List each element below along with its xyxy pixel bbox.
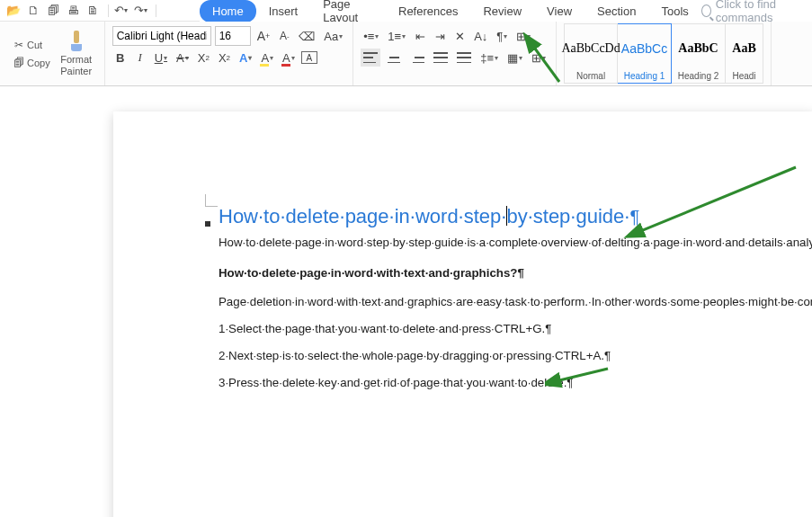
- tab-view[interactable]: View: [534, 0, 584, 22]
- tab-section[interactable]: Section: [584, 0, 648, 22]
- character-border-button[interactable]: A: [301, 51, 317, 64]
- distribute-button[interactable]: [454, 49, 474, 67]
- paragraph-5[interactable]: 2·Next·step·is·to·select·the·whole·page·…: [219, 347, 807, 365]
- command-search[interactable]: Click to find commands: [701, 0, 812, 24]
- superscript-button[interactable]: X2: [195, 49, 212, 67]
- tab-review[interactable]: Review: [470, 0, 534, 22]
- subscript-button[interactable]: X2: [216, 49, 233, 67]
- group-clipboard: ✂Cut 🗐Copy Format Painter: [0, 22, 105, 85]
- style-normal[interactable]: AaBbCcDd Normal: [564, 23, 618, 84]
- document-area: 🗎▾ How·to·delete·page·in·word·step·by·st…: [0, 111, 812, 517]
- italic-button[interactable]: I: [132, 49, 148, 67]
- paragraph-3[interactable]: Page·deletion·in·word·with·text·and·grap…: [219, 293, 807, 311]
- group-styles: AaBbCcDd Normal AaBbCc Heading 1 AaBbC H…: [557, 22, 772, 85]
- margin-corner: [205, 194, 218, 207]
- copy-button[interactable]: 🗐Copy: [11, 55, 52, 71]
- pilcrow: ¶: [629, 207, 639, 227]
- undo-icon[interactable]: ↶▾: [112, 3, 129, 19]
- scissors-icon: ✂: [13, 39, 24, 51]
- page[interactable]: How·to·delete·page·in·word·step·by·step·…: [113, 111, 812, 517]
- copy-icon: 🗐: [13, 57, 24, 69]
- change-case-button[interactable]: Aa▾: [321, 27, 345, 45]
- align-center-button[interactable]: [384, 49, 404, 67]
- underline-button[interactable]: U▾: [152, 49, 170, 67]
- grow-font-button[interactable]: A+: [254, 27, 273, 45]
- font-name-select[interactable]: [112, 26, 211, 46]
- redo-icon[interactable]: ↷▾: [132, 3, 148, 19]
- paragraph-2-subheading[interactable]: How·to·delete·page·in·word·with·text·and…: [219, 264, 807, 282]
- style-heading-2[interactable]: AaBbC Heading 2: [672, 23, 726, 84]
- borders-button[interactable]: ⊞▾: [529, 49, 549, 67]
- decrease-indent-button[interactable]: ⇤: [412, 27, 428, 45]
- separator: [108, 4, 109, 17]
- line-spacing-button[interactable]: ‡≡▾: [477, 49, 501, 67]
- bullet-list-button[interactable]: •≡▾: [361, 27, 381, 45]
- open-icon[interactable]: 📂: [5, 3, 22, 19]
- text-direction-button[interactable]: ✕: [451, 27, 468, 45]
- document-heading[interactable]: How·to·delete·page·in·word·step·by·step·…: [219, 205, 807, 228]
- shrink-font-button[interactable]: A-: [276, 27, 292, 45]
- template-icon[interactable]: 🗐: [45, 3, 61, 19]
- paragraph-1[interactable]: How·to·delete·page·in·word·step·by·step·…: [219, 234, 807, 252]
- cut-button[interactable]: ✂Cut: [11, 37, 52, 53]
- search-placeholder: Click to find commands: [716, 0, 807, 24]
- align-right-button[interactable]: [407, 49, 427, 67]
- justify-button[interactable]: [431, 49, 451, 67]
- paintbrush-icon: [67, 31, 85, 52]
- tab-insert[interactable]: Insert: [256, 0, 311, 22]
- tab-stops-button[interactable]: ⊞▾: [513, 27, 533, 45]
- number-list-button[interactable]: 1≡▾: [385, 27, 408, 45]
- print-icon[interactable]: 🖶: [65, 3, 81, 19]
- paragraph-6[interactable]: 3·Press·the·delete·key·and·get·rid·of·pa…: [219, 374, 807, 392]
- tab-home[interactable]: Home: [200, 0, 256, 22]
- highlight-button[interactable]: A▾: [258, 49, 276, 67]
- font-size-select[interactable]: [215, 26, 251, 46]
- search-icon: [701, 4, 711, 17]
- clear-formatting-button[interactable]: ⌫: [296, 27, 317, 45]
- page-content[interactable]: How·to·delete·page·in·word·step·by·step·…: [219, 192, 807, 396]
- style-heading-1[interactable]: AaBbCc Heading 1: [618, 23, 672, 84]
- ribbon-tabs: Home Insert Page Layout References Revie…: [200, 0, 812, 22]
- shading-button[interactable]: ▦▾: [504, 49, 525, 67]
- style-heading-3[interactable]: AaB Headi: [726, 23, 763, 84]
- font-color-button[interactable]: A▾: [280, 49, 298, 67]
- text-effects-button[interactable]: A▾: [236, 49, 254, 67]
- increase-indent-button[interactable]: ⇥: [432, 27, 448, 45]
- show-formatting-marks-button[interactable]: ¶▾: [494, 27, 510, 45]
- tab-references[interactable]: References: [386, 0, 470, 22]
- tab-tools[interactable]: Tools: [648, 0, 700, 22]
- separator: [156, 4, 156, 17]
- strikethrough-button[interactable]: A▾: [174, 49, 192, 67]
- bold-button[interactable]: B: [112, 49, 129, 67]
- heading-collapse-marker[interactable]: [205, 221, 210, 227]
- new-icon[interactable]: 🗋: [25, 3, 41, 19]
- print-preview-icon[interactable]: 🗎: [85, 3, 101, 19]
- align-left-button[interactable]: [361, 49, 380, 67]
- ribbon: ✂Cut 🗐Copy Format Painter A+ A- ⌫ Aa▾ B …: [0, 22, 812, 86]
- format-painter-button[interactable]: Format Painter: [56, 25, 97, 82]
- group-paragraph: •≡▾ 1≡▾ ⇤ ⇥ ✕ A↓ ¶▾ ⊞▾ ‡≡▾ ▦▾ ⊞▾: [353, 22, 557, 85]
- group-font: A+ A- ⌫ Aa▾ B I U▾ A▾ X2 X2 A▾ A▾ A▾ A: [105, 22, 354, 85]
- sort-button[interactable]: A↓: [471, 27, 490, 45]
- paragraph-4[interactable]: 1·Select·the·page·that·you·want·to·delet…: [219, 320, 807, 338]
